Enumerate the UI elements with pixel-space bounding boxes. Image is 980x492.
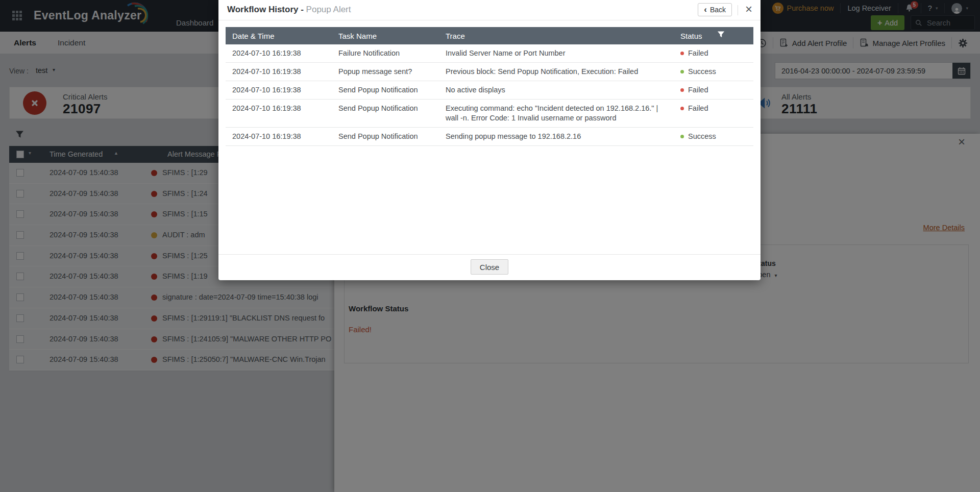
workflow-status-cell: Failed bbox=[674, 104, 753, 123]
column-status[interactable]: Status bbox=[674, 32, 753, 40]
modal-header: Workflow History - Popup Alert ‹ Back × bbox=[218, 0, 761, 20]
column-date-time[interactable]: Date & Time bbox=[226, 32, 332, 40]
status-dot-icon bbox=[680, 135, 684, 138]
workflow-datetime: 2024-07-10 16:19:38 bbox=[226, 85, 332, 95]
workflow-status-text: Failed bbox=[688, 49, 708, 57]
workflow-status-text: Success bbox=[688, 132, 716, 140]
column-status-label: Status bbox=[680, 32, 702, 40]
workflow-status-cell: Success bbox=[674, 132, 753, 141]
workflow-datetime: 2024-07-10 16:19:38 bbox=[226, 104, 332, 123]
column-task-name[interactable]: Task Name bbox=[332, 32, 439, 40]
workflow-status-cell: Failed bbox=[674, 48, 753, 58]
workflow-task: Send Popup Notification bbox=[332, 104, 439, 123]
workflow-status-cell: Failed bbox=[674, 85, 753, 95]
workflow-history-modal: Workflow History - Popup Alert ‹ Back × … bbox=[218, 0, 761, 280]
filter-icon[interactable] bbox=[717, 31, 725, 38]
workflow-status-text: Failed bbox=[688, 86, 708, 94]
back-button[interactable]: ‹ Back bbox=[698, 3, 732, 16]
workflow-row: 2024-07-10 16:19:38Send Popup Notificati… bbox=[226, 100, 753, 128]
workflow-status-cell: Success bbox=[674, 67, 753, 77]
header-divider bbox=[738, 5, 738, 15]
workflow-table-header: Date & Time Task Name Trace Status bbox=[226, 27, 753, 44]
workflow-task: Send Popup Notification bbox=[332, 132, 439, 141]
workflow-trace: Previous block: Send Popup Notification,… bbox=[439, 67, 674, 77]
workflow-status-text: Success bbox=[688, 67, 716, 76]
workflow-task: Failure Notification bbox=[332, 48, 439, 58]
column-trace[interactable]: Trace bbox=[439, 32, 674, 40]
modal-subtitle: Popup Alert bbox=[306, 5, 351, 14]
status-dot-icon bbox=[680, 70, 684, 73]
workflow-task: Send Popup Notification bbox=[332, 85, 439, 95]
chevron-left-icon: ‹ bbox=[704, 4, 707, 15]
status-dot-icon bbox=[680, 88, 684, 92]
workflow-row: 2024-07-10 16:19:38Popup message sent?Pr… bbox=[226, 63, 753, 81]
workflow-row: 2024-07-10 16:19:38Failure NotificationI… bbox=[226, 44, 753, 63]
workflow-status-text: Failed bbox=[688, 104, 708, 112]
workflow-row: 2024-07-10 16:19:38Send Popup Notificati… bbox=[226, 81, 753, 100]
workflow-datetime: 2024-07-10 16:19:38 bbox=[226, 48, 332, 58]
workflow-datetime: 2024-07-10 16:19:38 bbox=[226, 67, 332, 77]
status-dot-icon bbox=[680, 52, 684, 55]
workflow-table: Date & Time Task Name Trace Status 2024-… bbox=[226, 27, 753, 146]
workflow-datetime: 2024-07-10 16:19:38 bbox=[226, 132, 332, 141]
workflow-trace: No active displays bbox=[439, 85, 674, 95]
modal-title: Workflow History - Popup Alert bbox=[227, 5, 351, 15]
workflow-row: 2024-07-10 16:19:38Send Popup Notificati… bbox=[226, 128, 753, 146]
modal-title-text: Workflow History - bbox=[227, 5, 304, 14]
workflow-trace: Invalid Server Name or Port Number bbox=[439, 48, 674, 58]
workflow-trace: Executing command: echo "Incident detect… bbox=[439, 104, 674, 123]
workflow-trace: Sending popup message to 192.168.2.16 bbox=[439, 132, 674, 141]
modal-footer: Close bbox=[218, 254, 761, 280]
workflow-task: Popup message sent? bbox=[332, 67, 439, 77]
status-dot-icon bbox=[680, 107, 684, 110]
workflow-rows: 2024-07-10 16:19:38Failure NotificationI… bbox=[226, 44, 753, 146]
back-button-label: Back bbox=[710, 6, 726, 14]
eventlog-analyzer-app: EventLog Analyzer Dashboard Purchase now… bbox=[0, 0, 980, 492]
close-icon[interactable]: × bbox=[745, 2, 752, 16]
close-button[interactable]: Close bbox=[471, 259, 508, 275]
